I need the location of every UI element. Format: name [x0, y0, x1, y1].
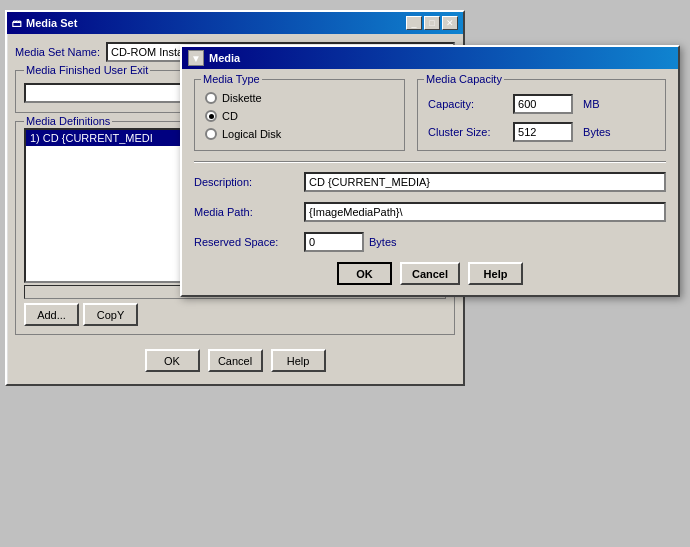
media-path-input[interactable] [304, 202, 666, 222]
media-path-row: Media Path: [194, 202, 666, 222]
add-button[interactable]: Add... [24, 303, 79, 326]
media-set-title-text: 🗃 Media Set [12, 17, 77, 29]
radio-diskette[interactable]: Diskette [205, 92, 394, 104]
capacity-input[interactable] [513, 94, 573, 114]
copy-button[interactable]: CopY [83, 303, 138, 326]
dialog-help-button[interactable]: Help [468, 262, 523, 285]
capacity-row: Capacity: MB [428, 94, 655, 114]
radio-logical-disk-btn[interactable] [205, 128, 217, 140]
media-definitions-label: Media Definitions [24, 115, 112, 127]
media-dialog-title-text: Media [209, 52, 240, 64]
dialog-cancel-button[interactable]: Cancel [400, 262, 460, 285]
bg-cancel-button[interactable]: Cancel [208, 349, 263, 372]
capacity-label: Capacity: [428, 98, 508, 110]
media-capacity-label: Media Capacity [424, 73, 504, 85]
reserved-space-label: Reserved Space: [194, 236, 304, 248]
media-type-group: Media Type Diskette CD Logical Disk [194, 79, 405, 151]
close-btn[interactable]: ✕ [442, 16, 458, 30]
radio-diskette-btn[interactable] [205, 92, 217, 104]
description-label: Description: [194, 176, 304, 188]
cluster-size-input[interactable] [513, 122, 573, 142]
media-dialog-body: Media Type Diskette CD Logical Disk Medi… [182, 69, 678, 295]
media-dialog: ▼ Media Media Type Diskette CD Logical D… [180, 45, 680, 297]
media-set-icon: 🗃 [12, 18, 22, 29]
radio-logical-disk-label: Logical Disk [222, 128, 281, 140]
media-type-label: Media Type [201, 73, 262, 85]
description-row: Description: [194, 172, 666, 192]
cluster-size-label: Cluster Size: [428, 126, 508, 138]
type-capacity-groups: Media Type Diskette CD Logical Disk Medi… [194, 79, 666, 151]
maximize-btn[interactable]: □ [424, 16, 440, 30]
cluster-size-unit: Bytes [583, 126, 611, 138]
media-path-label: Media Path: [194, 206, 304, 218]
radio-logical-disk[interactable]: Logical Disk [205, 128, 394, 140]
minimize-btn[interactable]: _ [406, 16, 422, 30]
capacity-unit: MB [583, 98, 600, 110]
bottom-buttons-row: OK Cancel Help [15, 343, 455, 376]
media-def-buttons: Add... CopY [24, 303, 446, 326]
media-set-title-bar: 🗃 Media Set _ □ ✕ [7, 12, 463, 34]
radio-cd-label: CD [222, 110, 238, 122]
title-bar-controls: _ □ ✕ [406, 16, 458, 30]
dialog-buttons-row: OK Cancel Help [194, 262, 666, 285]
divider [194, 161, 666, 162]
dialog-ok-button[interactable]: OK [337, 262, 392, 285]
reserved-space-input[interactable] [304, 232, 364, 252]
bg-help-button[interactable]: Help [271, 349, 326, 372]
description-input[interactable] [304, 172, 666, 192]
radio-cd-btn[interactable] [205, 110, 217, 122]
bg-ok-button[interactable]: OK [145, 349, 200, 372]
cluster-size-row: Cluster Size: Bytes [428, 122, 655, 142]
reserved-space-unit: Bytes [369, 236, 397, 248]
rollup-icon[interactable]: ▼ [188, 50, 204, 66]
reserved-space-row: Reserved Space: Bytes [194, 232, 666, 252]
media-capacity-group: Media Capacity Capacity: MB Cluster Size… [417, 79, 666, 151]
radio-diskette-label: Diskette [222, 92, 262, 104]
media-dialog-title-bar: ▼ Media [182, 47, 678, 69]
radio-cd[interactable]: CD [205, 110, 394, 122]
media-set-name-label: Media Set Name: [15, 46, 100, 58]
media-finished-label: Media Finished User Exit [24, 64, 150, 76]
